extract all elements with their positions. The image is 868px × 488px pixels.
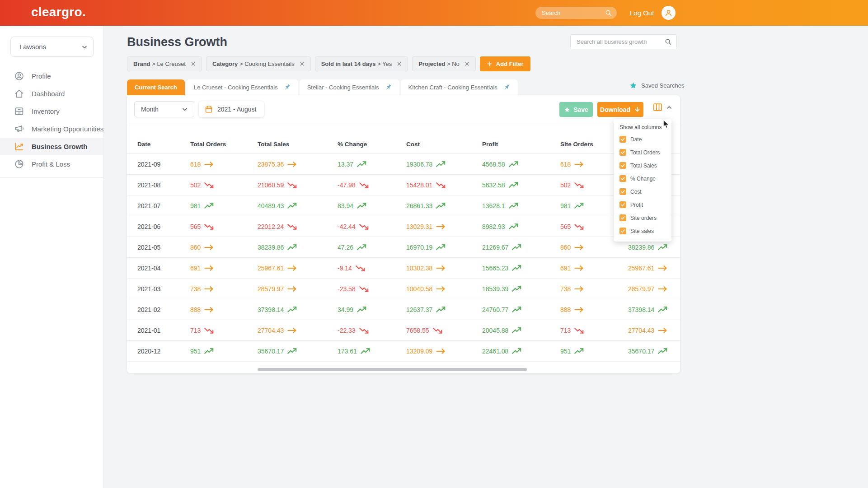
trend-flat-icon [574,286,584,292]
org-selector-label: Lawsons [19,43,81,51]
checkbox-icon[interactable] [619,214,626,221]
filter-chip-category[interactable]: Category > Cooking Essentials [206,56,311,71]
cell-profit: 13628.1 [482,195,560,216]
results-table: DateTotal OrdersTotal Sales% ChangeCostP… [127,135,680,362]
cell-profit: 21269.67 [482,237,560,258]
checkbox-icon[interactable] [619,188,626,195]
trend-flat-icon [658,327,667,334]
trend-up-icon [658,244,667,251]
download-label: Download [600,106,630,113]
option-label: Total Sales [630,163,657,169]
trend-up-icon [204,348,214,354]
cell-total-orders: 981 [190,195,258,216]
close-icon[interactable] [397,61,402,66]
filter-chip-projected[interactable]: Projected > No [412,56,476,71]
sidebar-item-inventory[interactable]: Inventory [0,102,103,120]
option-label: Profit [630,202,643,208]
pin-icon[interactable] [284,84,291,91]
trend-up-icon [204,203,214,209]
search-icon[interactable] [665,38,671,45]
cell-change: 83.94 [338,195,406,216]
column-option-date[interactable]: Date [614,133,671,146]
page-title: Business Growth [127,35,227,49]
filter-name: Projected [418,60,445,67]
pin-icon[interactable] [503,84,510,91]
global-search-input[interactable] [542,9,605,16]
saved-searches-button[interactable]: Saved Searches [629,82,684,89]
sidebar-item-profit-loss[interactable]: Profit & Loss [0,155,103,173]
trend-up-icon [512,348,521,354]
trend-flat-icon [436,348,446,354]
download-button[interactable]: Download [597,102,643,117]
column-option-total-sales[interactable]: Total Sales [614,159,671,172]
column-option-cost[interactable]: Cost [614,185,671,198]
trend-down-icon [436,182,446,188]
checkbox-icon[interactable] [619,162,626,169]
table-row-2021-04: 2021-0469125967.61-9.1410302.3815665.236… [127,258,680,279]
filter-chip-sold-in-last-14-days[interactable]: Sold in last 14 days > Yes [315,56,408,71]
trend-up-icon [574,203,584,209]
trend-down-icon [359,223,369,230]
period-select[interactable]: Month [134,101,194,117]
checkbox-icon[interactable] [619,149,626,156]
filter-chip-brand[interactable]: Brand > Le Creuset [127,56,202,71]
tab-le-crueset-cooking-essentials[interactable]: Le Crueset - Cooking Essentials [186,79,298,95]
sidebar-item-marketing-opportunities[interactable]: Marketing Opportunities [0,120,103,138]
close-icon[interactable] [300,61,305,66]
search-icon[interactable] [605,9,612,16]
checkbox-icon[interactable] [619,175,626,182]
horizontal-scrollbar-thumb[interactable] [258,368,527,371]
trend-flat-icon [287,327,297,334]
org-selector[interactable]: Lawsons [10,37,94,57]
date-range-picker[interactable]: 2021 - August [199,101,264,117]
trend-up-icon [357,203,366,209]
columns-toggle-button[interactable] [653,103,673,112]
search-tabs: Current SearchLe Crueset - Cooking Essen… [127,79,518,95]
logout-button[interactable]: Log Out [630,9,654,17]
global-search[interactable] [535,7,617,19]
checkbox-icon[interactable] [619,136,626,143]
checkbox-icon[interactable] [619,228,626,234]
add-filter-button[interactable]: Add Filter [480,56,530,71]
trend-flat-icon [658,265,667,271]
save-button[interactable]: Save [559,102,593,117]
trend-flat-icon [436,286,446,292]
close-icon[interactable] [464,61,469,66]
sidebar: Lawsons ProfileDashboardInventoryMarketi… [0,26,104,488]
trend-flat-icon [204,286,214,292]
period-select-value: Month [141,106,159,113]
tab-kitchen-craft-cooking-essentials[interactable]: Kitchen Craft - Cooking Essentials [401,79,518,95]
page-search-input[interactable] [577,38,665,45]
trend-up-icon [512,265,521,271]
sidebar-item-profile[interactable]: Profile [0,67,103,85]
trend-down-icon [574,182,584,188]
column-option-site-sales[interactable]: Site sales [614,224,671,237]
checkbox-icon[interactable] [619,201,626,208]
filter-name: Sold in last 14 days [321,60,376,67]
cell-change: -9.14 [338,258,406,279]
trend-down-icon [574,223,584,230]
cell-total-orders: 565 [190,216,258,237]
trend-down-icon [287,223,297,230]
table-row-2021-07: 2021-0798140489.4383.9426861.3313628.198… [127,195,680,216]
trend-up-icon [357,244,366,251]
cell-change: -47.98 [338,175,406,195]
column-option-site-orders[interactable]: Site orders [614,211,671,224]
tab-current-search[interactable]: Current Search [127,79,185,95]
sidebar-item-business-growth[interactable]: Business Growth [0,138,103,155]
column-option-profit[interactable]: Profit [614,198,671,211]
pin-icon[interactable] [385,84,392,91]
close-icon[interactable] [191,61,196,66]
cell-cost: 13029.31 [406,216,482,237]
trend-up-icon [287,307,297,313]
cell-profit: 15665.23 [482,258,560,279]
column-option-total-orders[interactable]: Total Orders [614,146,671,159]
page-search[interactable] [570,34,677,49]
column-option-change[interactable]: % Change [614,172,671,185]
avatar[interactable] [662,6,676,20]
column-header-total-sales: Total Sales [258,135,338,154]
sidebar-item-label: Marketing Opportunities [32,125,103,133]
sidebar-item-dashboard[interactable]: Dashboard [0,85,103,102]
tab-stellar-cooking-essentials[interactable]: Stellar - Cooking Essentials [300,79,399,95]
cell-date: 2021-02 [127,299,190,320]
